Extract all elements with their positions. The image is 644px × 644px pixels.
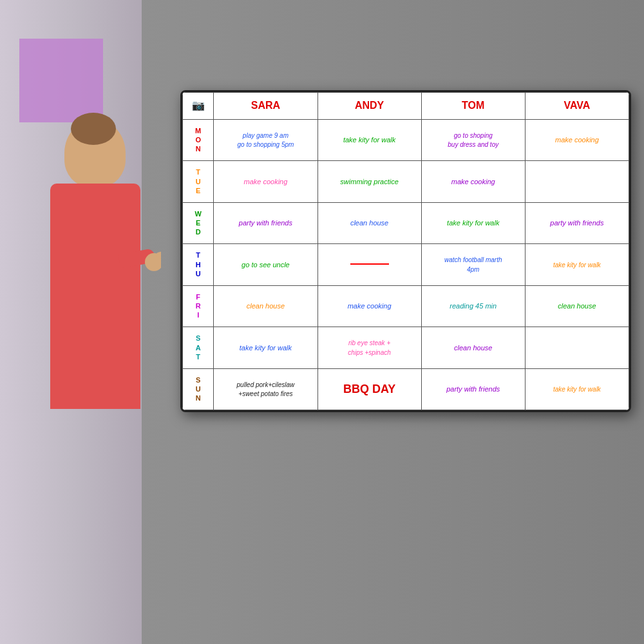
row-tue: TUE make cooking swimming practice make …	[183, 161, 629, 202]
cell-tom-sat: clean house	[421, 327, 525, 368]
cell-andy-tue: swimming practice	[317, 161, 421, 202]
day-fri: FRI	[183, 285, 214, 327]
row-sun: SUN pulled pork+cileslaw+sweet potato fi…	[183, 368, 629, 410]
cell-sara-sat: take kity for walk	[214, 327, 317, 368]
cell-tom-tue: make cooking	[421, 161, 525, 202]
person-area	[0, 0, 161, 644]
cell-vava-sat	[525, 327, 629, 368]
schedule-table: 📷 SARA ANDY TOM VAVA MON play game 9 amg…	[182, 92, 629, 410]
icon-cell: 📷	[183, 93, 214, 120]
cell-tom-mon: go to shopingbuy dress and toy	[421, 119, 525, 160]
cell-andy-mon: take kity for walk	[317, 119, 421, 160]
row-mon: MON play game 9 amgo to shopping 5pm tak…	[183, 119, 629, 160]
cell-sara-sun: pulled pork+cileslaw+sweet potato fires	[214, 368, 317, 410]
day-sun: SUN	[183, 368, 214, 410]
cell-vava-fri: clean house	[525, 285, 629, 327]
row-thu: THU go to see uncle watch football marth…	[183, 244, 629, 285]
cell-vava-wed: party with friends	[525, 202, 629, 243]
cell-vava-sun: take kity for walk	[525, 368, 629, 410]
header-tom: TOM	[421, 93, 525, 120]
cell-sara-wed: party with friends	[214, 202, 317, 243]
day-tue: TUE	[183, 161, 214, 202]
cell-andy-sat: rib eye steak +chips +spinach	[317, 327, 421, 368]
row-fri: FRI clean house make cooking reading 45 …	[183, 285, 629, 327]
header-vava: VAVA	[525, 93, 629, 120]
cell-sara-tue: make cooking	[214, 161, 317, 202]
cell-andy-wed: clean house	[317, 202, 421, 243]
cell-andy-sun: BBQ DAY	[317, 368, 421, 410]
cell-vava-tue	[525, 161, 629, 202]
day-sat: SAT	[183, 327, 214, 368]
cell-tom-wed: take kity for walk	[421, 202, 525, 243]
cell-andy-thu	[317, 244, 421, 285]
cell-sara-mon: play game 9 amgo to shopping 5pm	[214, 119, 317, 160]
cell-andy-fri: make cooking	[317, 285, 421, 327]
day-mon: MON	[183, 119, 214, 160]
day-wed: WED	[183, 202, 214, 243]
strikethrough-line	[350, 263, 389, 265]
header-andy: ANDY	[317, 93, 421, 120]
day-thu: THU	[183, 244, 214, 285]
cell-tom-thu: watch football marth4pm	[421, 244, 525, 285]
cell-sara-thu: go to see uncle	[214, 244, 317, 285]
calendar-board: 📷 SARA ANDY TOM VAVA MON play game 9 amg…	[180, 90, 631, 412]
row-sat: SAT take kity for walk rib eye steak +ch…	[183, 327, 629, 368]
cell-vava-thu: take kity for walk	[525, 244, 629, 285]
cell-vava-mon: make cooking	[525, 119, 629, 160]
cell-tom-sun: party with friends	[421, 368, 525, 410]
row-wed: WED party with friends clean house take …	[183, 202, 629, 243]
cell-sara-fri: clean house	[214, 285, 317, 327]
header-sara: SARA	[214, 93, 317, 120]
cell-tom-fri: reading 45 min	[421, 285, 525, 327]
